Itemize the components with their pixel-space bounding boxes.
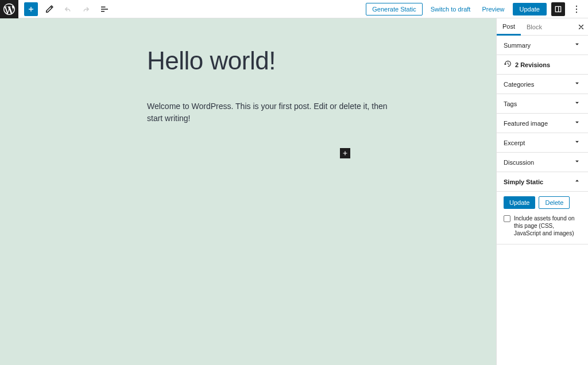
undo-icon[interactable]	[61, 2, 75, 16]
panel-discussion-label: Discussion	[504, 159, 534, 166]
panel-revisions[interactable]: 2 Revisions	[497, 55, 588, 75]
settings-sidebar: Post Block Summary 2 Revisions Categorie…	[496, 18, 588, 365]
add-block-button[interactable]	[24, 2, 38, 16]
chevron-down-icon	[573, 157, 581, 167]
panel-simply-static[interactable]: Simply Static	[497, 172, 588, 192]
editor-canvas[interactable]: Hello world! Welcome to WordPress. This …	[0, 18, 496, 365]
toolbar-left-group	[18, 2, 111, 16]
chevron-down-icon	[573, 99, 581, 108]
chevron-down-icon	[573, 138, 581, 147]
document-overview-icon[interactable]	[98, 2, 111, 16]
panel-simply-static-label: Simply Static	[504, 178, 543, 185]
panel-categories[interactable]: Categories	[497, 75, 588, 94]
panel-discussion[interactable]: Discussion	[497, 153, 588, 172]
toolbar-right-group: Generate Static Switch to draft Preview …	[366, 2, 588, 16]
simply-static-update-button[interactable]: Update	[504, 196, 535, 209]
preview-button[interactable]: Preview	[478, 3, 508, 15]
chevron-up-icon	[573, 177, 581, 187]
settings-sidebar-toggle[interactable]	[551, 2, 565, 16]
history-icon	[504, 60, 512, 69]
update-button[interactable]: Update	[513, 3, 547, 15]
post-body-paragraph[interactable]: Welcome to WordPress. This is your first…	[147, 100, 394, 125]
panel-categories-label: Categories	[504, 81, 534, 88]
top-toolbar: Generate Static Switch to draft Preview …	[0, 0, 588, 18]
panel-tags-label: Tags	[504, 100, 517, 107]
tab-post[interactable]: Post	[497, 19, 521, 36]
panel-excerpt-label: Excerpt	[504, 139, 525, 146]
include-assets-checkbox[interactable]	[504, 215, 510, 222]
revisions-count-label: 2 Revisions	[515, 61, 550, 68]
simply-static-body: Update Delete Include assets found on th…	[497, 192, 588, 244]
tools-icon[interactable]	[42, 2, 56, 16]
svg-point-2	[576, 11, 577, 13]
tab-block[interactable]: Block	[521, 18, 548, 35]
panel-summary[interactable]: Summary	[497, 36, 588, 55]
sidebar-tabs: Post Block	[497, 18, 588, 36]
svg-point-0	[576, 5, 577, 6]
redo-icon[interactable]	[79, 2, 93, 16]
panel-excerpt[interactable]: Excerpt	[497, 133, 588, 153]
add-block-inline-button[interactable]	[340, 148, 350, 158]
include-assets-label: Include assets found on this page (CSS, …	[514, 215, 581, 237]
main-layout: Hello world! Welcome to WordPress. This …	[0, 18, 588, 365]
panel-featured-image-label: Featured image	[504, 120, 548, 127]
include-assets-checkbox-row[interactable]: Include assets found on this page (CSS, …	[504, 215, 581, 237]
generate-static-button[interactable]: Generate Static	[366, 3, 422, 15]
chevron-down-icon	[573, 118, 581, 128]
panel-featured-image[interactable]: Featured image	[497, 114, 588, 133]
wordpress-logo-button[interactable]	[0, 0, 18, 18]
chevron-down-icon	[573, 79, 581, 89]
chevron-down-icon	[573, 40, 581, 50]
svg-point-1	[576, 8, 577, 9]
simply-static-buttons: Update Delete	[504, 196, 581, 209]
switch-to-draft-button[interactable]: Switch to draft	[427, 3, 474, 15]
simply-static-delete-button[interactable]: Delete	[539, 196, 570, 209]
panel-summary-label: Summary	[504, 42, 531, 49]
close-sidebar-icon[interactable]	[574, 20, 588, 34]
panel-tags[interactable]: Tags	[497, 94, 588, 114]
post-content: Hello world! Welcome to WordPress. This …	[147, 47, 423, 125]
post-title[interactable]: Hello world!	[147, 47, 423, 75]
options-menu-icon[interactable]	[570, 2, 583, 16]
